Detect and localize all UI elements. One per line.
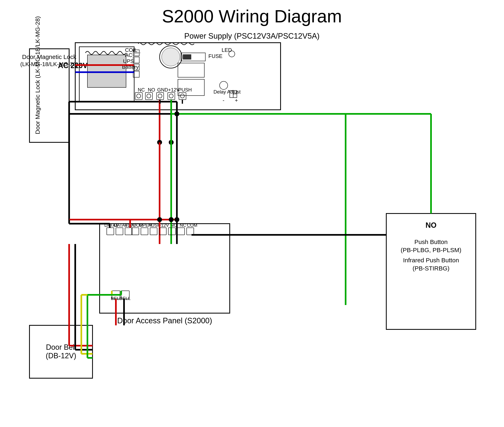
component-box-1	[178, 63, 204, 77]
terminal-com	[187, 228, 194, 235]
push-label: PUSH	[178, 87, 192, 92]
terminal-push-hole	[180, 94, 184, 98]
delay-adjust-label: Delay Adjust	[214, 89, 241, 95]
led-label: LED	[221, 47, 232, 53]
door-bell-label1: Door Bell	[46, 343, 76, 351]
coil-ac-label2: AC	[125, 52, 132, 58]
junction-1	[169, 217, 174, 222]
circular-component-inner	[162, 48, 180, 66]
push-btn-label2: (PB-PLBG, PB-PLSM)	[401, 247, 461, 253]
terminal-push	[179, 92, 186, 100]
junction-2	[157, 217, 162, 222]
12v-label: +12V	[168, 87, 180, 92]
terminal-12v	[168, 92, 175, 100]
transformer-coil-top	[85, 52, 126, 54]
push-btn-label4: (PB-STIRBG)	[412, 265, 450, 272]
terminal-push-panel	[150, 228, 157, 235]
terminal-data0	[116, 228, 123, 235]
gnd-label: GND	[157, 87, 168, 92]
fuse-element	[183, 54, 191, 59]
door-bell-label2: (DB-12V)	[46, 351, 76, 360]
page-title: S2000 Wiring Diagram	[162, 6, 342, 26]
com-label: COM	[187, 223, 197, 228]
transformer-body	[87, 55, 126, 87]
terminal-data1	[107, 228, 114, 235]
door-lock-rotated: Door Magnetic Lock (LK-MG-18/LK-MG-28)	[34, 16, 41, 134]
small-circle	[220, 81, 228, 90]
door-lock-label-1: Door Magnetic Lock	[22, 53, 77, 60]
ups-battery-label: UPS	[123, 58, 134, 64]
push-btn-label3: Infrared Push Button	[403, 257, 459, 264]
no-label: NO	[148, 87, 155, 92]
plus-label: +	[235, 97, 238, 103]
terminal-gnd-hole	[158, 94, 162, 98]
fuse-label: FUSE	[208, 53, 222, 59]
door-access-label: Door Access Panel (S2000)	[117, 316, 212, 325]
terminal-nc-hole	[137, 94, 141, 98]
terminal-door	[132, 228, 139, 235]
push-btn-label1: Push Button	[414, 238, 448, 245]
terminal-nc-right	[177, 228, 185, 235]
nc-r-label: NC	[180, 223, 186, 228]
power-supply-label: Power Supply (PSC12V3A/PSC12V5A)	[184, 32, 319, 40]
no-button-label: NO	[426, 221, 436, 229]
terminal-no	[145, 92, 153, 100]
terminal-open	[141, 228, 148, 235]
terminal-12v-hole	[169, 94, 173, 98]
terminal-gnd	[157, 92, 164, 100]
nc-label: NC	[138, 87, 145, 92]
terminal-nc	[135, 92, 142, 100]
minus-label: -	[223, 97, 224, 103]
terminal-no-hole	[147, 94, 151, 98]
junction-3	[175, 217, 179, 222]
terminal-panel-12v	[125, 228, 132, 235]
